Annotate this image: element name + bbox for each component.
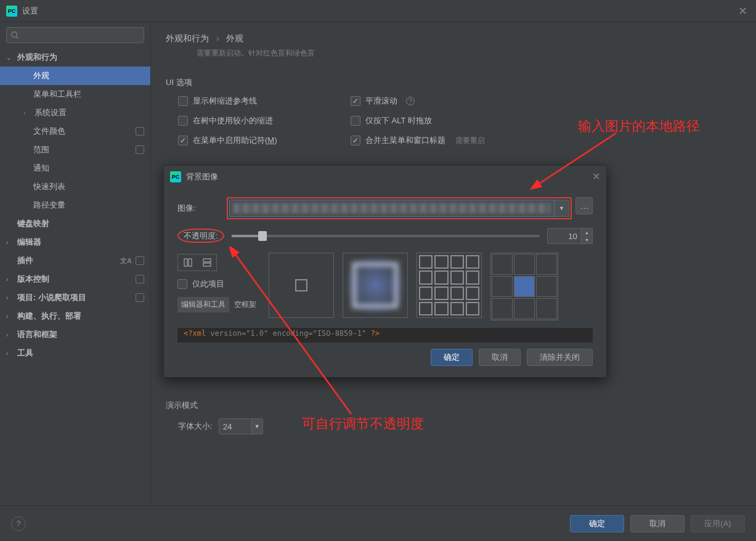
ok-button[interactable]: 确定	[431, 349, 473, 366]
project-scope-icon	[136, 275, 144, 283]
background-image-dialog: PC 背景图像 ✕ 图像: ▼ … 不透明度:	[163, 165, 607, 378]
sidebar-item-label: 语言和框架	[17, 329, 57, 340]
window-title: 设置	[22, 6, 736, 17]
sidebar-item[interactable]: 范围	[0, 140, 150, 159]
chevron-right-icon[interactable]: ›	[6, 350, 14, 357]
checkbox-label: 合并主菜单和窗口标题	[365, 135, 445, 146]
chevron-right-icon[interactable]: ›	[6, 313, 14, 320]
sidebar-item-label: 构建、执行、部署	[17, 311, 81, 322]
cancel-button[interactable]: 取消	[630, 515, 685, 532]
breadcrumb-section[interactable]: 外观和行为	[166, 33, 209, 43]
checkbox-smooth-scroll[interactable]: 平滑滚动?	[351, 96, 485, 107]
image-path-input[interactable]	[229, 200, 555, 217]
sidebar-item[interactable]: ›系统设置	[0, 104, 150, 122]
checkbox-mnemonics[interactable]: 在菜单中启用助记符(M)	[178, 135, 351, 146]
chevron-right-icon[interactable]: ›	[6, 276, 14, 283]
chevron-right-icon[interactable]: ›	[6, 295, 14, 301]
chevron-up-icon[interactable]: ▲	[582, 229, 592, 236]
tab-empty-frame[interactable]: 空框架	[230, 297, 260, 312]
preview-plain[interactable]	[269, 253, 334, 318]
chevron-down-icon[interactable]: ⌄	[6, 54, 14, 61]
ok-button[interactable]: 确定	[570, 515, 624, 532]
language-icon: 文A	[120, 256, 132, 266]
flip-toggle[interactable]	[177, 254, 217, 271]
dropdown-icon[interactable]: ▼	[252, 418, 263, 434]
sidebar-item[interactable]: ›项目: 小说爬取项目	[0, 288, 150, 307]
chevron-right-icon[interactable]: ›	[6, 239, 14, 246]
slider-thumb[interactable]	[258, 231, 267, 241]
checkbox-label: 在树中使用较小的缩进	[193, 115, 273, 126]
svg-rect-3	[189, 259, 192, 266]
spinner[interactable]: ▲▼	[582, 228, 593, 244]
opacity-value-input[interactable]	[547, 228, 582, 244]
checkbox-icon[interactable]	[178, 116, 188, 126]
checkbox-tree-indent[interactable]: 显示树缩进参考线	[178, 96, 351, 107]
sidebar-item-label: 文件颜色	[33, 126, 65, 137]
sidebar-item[interactable]: 插件文A	[0, 251, 150, 270]
sidebar-item-label: 键盘映射	[17, 218, 49, 229]
info-icon[interactable]: ?	[406, 97, 415, 105]
sidebar-item[interactable]: ›构建、执行、部署	[0, 307, 150, 325]
apply-button[interactable]: 应用(A)	[691, 515, 745, 532]
sidebar-item[interactable]: 键盘映射	[0, 214, 150, 233]
dropdown-icon[interactable]: ▼	[555, 200, 569, 217]
breadcrumb: 外观和行为 › 外观	[166, 33, 741, 44]
sidebar-item-label: 系统设置	[35, 107, 67, 118]
checkbox-small-indent[interactable]: 在树中使用较小的缩进	[178, 115, 351, 126]
font-size-field[interactable]	[219, 418, 252, 434]
sidebar-item[interactable]: ›工具	[0, 344, 150, 362]
checkbox-icon[interactable]	[351, 96, 360, 106]
flip-horizontal-icon[interactable]	[178, 254, 197, 270]
checkbox-icon[interactable]	[351, 136, 360, 145]
dialog-footer: ? 确定 取消 应用(A)	[0, 505, 756, 541]
checkbox-this-project[interactable]: 仅此项目	[177, 279, 260, 290]
sidebar-item-label: 范围	[33, 144, 49, 155]
sidebar-item[interactable]: 通知	[0, 159, 150, 177]
preview-tile[interactable]	[417, 253, 482, 318]
preview-scale[interactable]	[343, 253, 408, 318]
checkbox-icon[interactable]	[177, 279, 187, 289]
browse-button[interactable]: …	[575, 197, 593, 214]
font-size-label: 字体大小:	[178, 421, 213, 432]
clear-close-button[interactable]: 清除并关闭	[527, 349, 593, 366]
checkbox-label: 仅此项目	[192, 279, 224, 290]
checkbox-icon[interactable]	[351, 116, 360, 126]
search-input[interactable]	[6, 27, 144, 43]
sidebar-item[interactable]: ⌄外观和行为	[0, 48, 150, 67]
checkbox-label: 仅按下 ALT 时拖放	[365, 115, 432, 126]
chevron-right-icon[interactable]: ›	[6, 332, 14, 338]
sidebar-item[interactable]: 路径变量	[0, 196, 150, 214]
chevron-right-icon[interactable]: ›	[23, 110, 31, 116]
opacity-slider[interactable]	[232, 235, 540, 237]
sidebar-item[interactable]: 快速列表	[0, 177, 150, 196]
sidebar-item[interactable]: 外观	[0, 67, 150, 85]
settings-tree: ⌄外观和行为外观菜单和工具栏›系统设置文件颜色范围通知快速列表路径变量键盘映射›…	[0, 48, 150, 503]
tab-editor[interactable]: 编辑器和工具	[177, 297, 229, 312]
sidebar-item[interactable]: 文件颜色	[0, 122, 150, 140]
sidebar-item[interactable]: ›语言和框架	[0, 325, 150, 344]
checkbox-label: 显示树缩进参考线	[193, 96, 257, 107]
sidebar-item-label: 外观	[33, 70, 49, 81]
chevron-down-icon[interactable]: ▼	[582, 236, 592, 243]
checkbox-icon[interactable]	[178, 96, 188, 106]
flip-vertical-icon[interactable]	[197, 254, 216, 270]
close-icon[interactable]: ✕	[736, 2, 750, 20]
close-icon[interactable]: ✕	[592, 171, 600, 182]
sidebar-item-label: 通知	[33, 163, 49, 174]
cancel-button[interactable]: 取消	[479, 349, 521, 366]
checkbox-icon[interactable]	[178, 136, 188, 145]
svg-rect-2	[184, 259, 187, 266]
help-button[interactable]: ?	[11, 516, 26, 531]
sidebar-item[interactable]: 菜单和工具栏	[0, 85, 150, 104]
checkbox-alt-drag[interactable]: 仅按下 ALT 时拖放	[351, 115, 485, 126]
anchor-grid[interactable]	[490, 253, 558, 320]
project-scope-icon	[136, 293, 144, 302]
font-size-input[interactable]: ▼	[219, 418, 263, 434]
sidebar-item[interactable]: ›编辑器	[0, 233, 150, 251]
sidebar-item[interactable]: ›版本控制	[0, 270, 150, 288]
checkbox-merge-menu[interactable]: 合并主菜单和窗口标题需要重启	[351, 135, 485, 146]
project-scope-icon	[136, 127, 144, 136]
sidebar-item-label: 路径变量	[33, 200, 65, 211]
page-subtext: 需要重新启动。针对红色盲和绿色盲	[197, 48, 741, 59]
checkbox-label: 平滑滚动	[365, 96, 397, 107]
